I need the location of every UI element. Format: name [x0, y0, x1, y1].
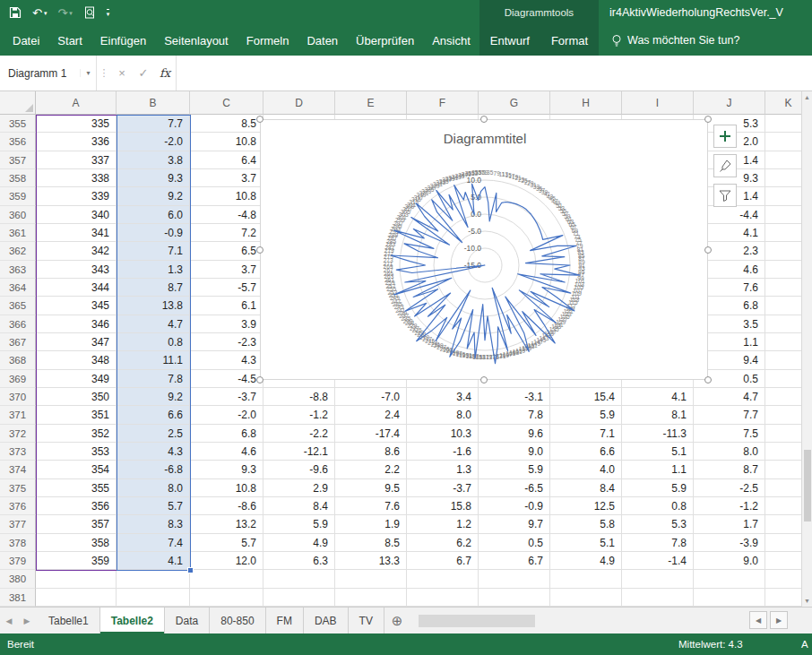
print-preview-icon[interactable]	[83, 6, 96, 19]
cell-I373[interactable]: 5.1	[622, 443, 694, 461]
ribbon-tab-überprüfen[interactable]: Überprüfen	[347, 25, 423, 56]
column-header-i[interactable]: I	[622, 91, 694, 115]
cell-A361[interactable]: 341	[36, 224, 117, 242]
cell-B374[interactable]: -6.8	[117, 461, 190, 478]
cell-D375[interactable]: 2.9	[263, 479, 335, 497]
cell-C366[interactable]: 3.9	[190, 315, 263, 333]
cell-C381[interactable]	[190, 589, 263, 607]
ribbon-tab-start[interactable]: Start	[48, 25, 91, 56]
undo-dropdown-icon[interactable]: ▾	[44, 10, 48, 16]
chart-filters-button[interactable]	[713, 184, 737, 207]
cell-J370[interactable]: 4.7	[694, 388, 765, 406]
chart-resize-handle[interactable]	[256, 376, 263, 384]
cell-I370[interactable]: 4.1	[622, 388, 694, 406]
cell-K367[interactable]	[765, 333, 801, 351]
cell-H379[interactable]: 4.9	[550, 552, 622, 570]
cell-B357[interactable]: 3.8	[117, 151, 190, 169]
cell-D372[interactable]: -2.2	[263, 425, 335, 443]
scroll-up-icon[interactable]: ▲	[802, 94, 812, 100]
column-header-d[interactable]: D	[263, 91, 335, 115]
cell-D378[interactable]: 4.9	[263, 534, 335, 552]
cell-B380[interactable]	[117, 570, 190, 588]
cell-B367[interactable]: 0.8	[117, 333, 190, 351]
cell-G374[interactable]: 5.9	[479, 461, 550, 478]
row-header-366[interactable]: 366	[0, 315, 36, 333]
cell-B362[interactable]: 7.1	[117, 242, 190, 260]
cell-K356[interactable]	[765, 133, 801, 151]
cell-C355[interactable]: 8.5	[190, 115, 263, 133]
chart-resize-handle[interactable]	[704, 376, 712, 384]
cell-C370[interactable]: -3.7	[190, 388, 263, 406]
sheet-nav-left-icon[interactable]: ◀	[0, 608, 18, 633]
cell-G372[interactable]: 9.6	[479, 425, 550, 443]
chart-styles-button[interactable]	[713, 154, 737, 177]
cell-A376[interactable]: 356	[36, 497, 117, 515]
row-header-371[interactable]: 371	[0, 406, 36, 424]
cell-A355[interactable]: 335	[36, 115, 117, 133]
vertical-scroll-thumb[interactable]	[804, 450, 811, 521]
row-header-355[interactable]: 355	[0, 115, 36, 133]
cell-A379[interactable]: 359	[36, 552, 117, 570]
cell-I381[interactable]	[622, 589, 694, 607]
cell-B365[interactable]: 13.8	[117, 297, 190, 315]
cell-C362[interactable]: 6.5	[190, 242, 263, 260]
cell-A363[interactable]: 343	[36, 261, 117, 279]
sheet-tab-tv[interactable]: TV	[349, 608, 384, 633]
cell-A372[interactable]: 352	[36, 425, 117, 443]
ribbon-tab-seitenlayout[interactable]: Seitenlayout	[155, 25, 238, 56]
cell-E378[interactable]: 8.5	[335, 534, 407, 552]
cell-F377[interactable]: 1.2	[407, 515, 479, 533]
cell-B363[interactable]: 1.3	[117, 261, 190, 279]
enter-icon[interactable]: ✓	[133, 56, 154, 90]
cell-A365[interactable]: 345	[36, 297, 117, 315]
redo-dropdown-icon[interactable]: ▾	[69, 10, 73, 16]
row-header-368[interactable]: 368	[0, 351, 36, 369]
cell-F374[interactable]: 1.3	[407, 461, 479, 478]
sheet-tab-tabelle1[interactable]: Tabelle1	[38, 608, 100, 633]
cell-G375[interactable]: -6.5	[479, 479, 550, 497]
row-header-381[interactable]: 381	[0, 589, 36, 607]
cell-B376[interactable]: 5.7	[117, 497, 190, 515]
cell-G373[interactable]: 9.0	[479, 443, 550, 461]
chart-resize-handle[interactable]	[256, 246, 263, 254]
cell-K359[interactable]	[765, 187, 801, 205]
cell-E372[interactable]: -17.4	[335, 425, 407, 443]
row-header-369[interactable]: 369	[0, 370, 36, 388]
column-header-f[interactable]: F	[407, 91, 479, 115]
cell-A369[interactable]: 349	[36, 370, 117, 388]
row-header-367[interactable]: 367	[0, 333, 36, 351]
cell-F376[interactable]: 15.8	[407, 497, 479, 515]
cell-I371[interactable]: 8.1	[622, 406, 694, 424]
cell-C373[interactable]: 4.6	[190, 443, 263, 461]
cell-K358[interactable]	[765, 169, 801, 187]
cell-K377[interactable]	[765, 515, 801, 533]
cell-C369[interactable]: -4.5	[190, 370, 263, 388]
ribbon-tab-ansicht[interactable]: Ansicht	[423, 25, 479, 56]
cell-B373[interactable]: 4.3	[117, 443, 190, 461]
cell-J374[interactable]: 8.7	[694, 461, 765, 478]
sheet-nav-right-icon[interactable]: ▶	[18, 608, 36, 633]
cell-B355[interactable]: 7.7	[117, 115, 190, 133]
cell-C380[interactable]	[190, 570, 263, 588]
cell-I378[interactable]: 7.8	[622, 534, 694, 552]
cell-E371[interactable]: 2.4	[335, 406, 407, 424]
cell-J372[interactable]: 7.5	[694, 425, 765, 443]
cell-E379[interactable]: 13.3	[335, 552, 407, 570]
row-header-358[interactable]: 358	[0, 169, 36, 187]
cell-C368[interactable]: 4.3	[190, 351, 263, 369]
chart-resize-handle[interactable]	[704, 246, 712, 254]
name-box[interactable]: Diagramm 1 ▾	[0, 56, 97, 90]
sheet-tab-dab[interactable]: DAB	[304, 608, 349, 633]
cell-C376[interactable]: -8.6	[190, 497, 263, 515]
cell-K364[interactable]	[765, 279, 801, 297]
cell-F373[interactable]: -1.6	[407, 443, 479, 461]
horizontal-scrollbar[interactable]	[419, 614, 740, 627]
undo-icon[interactable]: ↶▾	[32, 7, 47, 19]
cell-A366[interactable]: 346	[36, 315, 117, 333]
cell-A357[interactable]: 337	[36, 151, 117, 169]
cell-E381[interactable]	[335, 589, 407, 607]
cell-G378[interactable]: 0.5	[479, 534, 550, 552]
cell-C372[interactable]: 6.8	[190, 425, 263, 443]
cell-J379[interactable]: 9.0	[694, 552, 765, 570]
cell-H378[interactable]: 5.1	[550, 534, 622, 552]
